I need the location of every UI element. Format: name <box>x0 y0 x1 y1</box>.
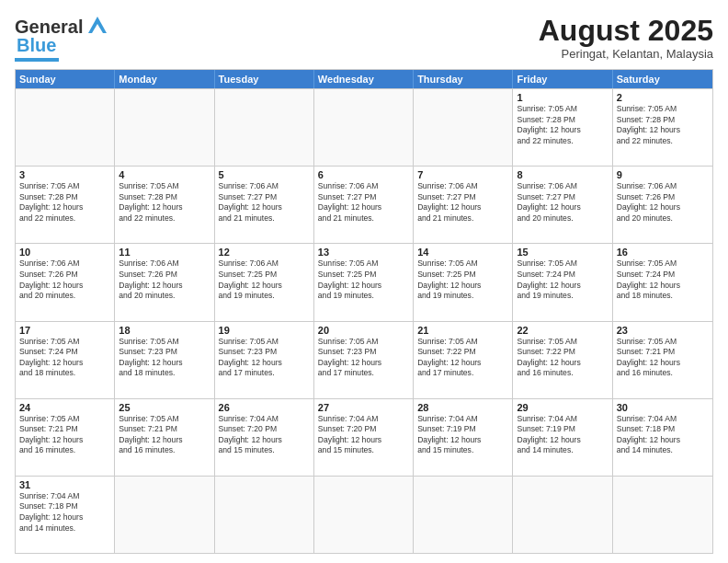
day-number: 13 <box>318 247 409 258</box>
cell-info: Sunrise: 7:05 AM Sunset: 7:28 PM Dayligh… <box>119 181 210 224</box>
cell-info: Sunrise: 7:05 AM Sunset: 7:23 PM Dayligh… <box>219 337 310 379</box>
day-number: 14 <box>417 247 508 258</box>
cal-cell-5: 5Sunrise: 7:06 AM Sunset: 7:27 PM Daylig… <box>215 167 314 243</box>
cal-cell-empty-5-1 <box>115 477 214 553</box>
logo-blue <box>85 15 110 39</box>
day-number: 25 <box>119 402 210 413</box>
day-number: 5 <box>219 169 310 180</box>
cell-info: Sunrise: 7:05 AM Sunset: 7:22 PM Dayligh… <box>517 337 608 379</box>
day-number: 30 <box>617 402 709 413</box>
cal-cell-15: 15Sunrise: 7:05 AM Sunset: 7:24 PM Dayli… <box>513 244 612 320</box>
day-number: 26 <box>219 402 310 413</box>
cal-cell-11: 11Sunrise: 7:06 AM Sunset: 7:26 PM Dayli… <box>115 244 214 320</box>
cell-info: Sunrise: 7:05 AM Sunset: 7:28 PM Dayligh… <box>19 181 110 224</box>
header-day-tuesday: Tuesday <box>215 70 314 88</box>
cell-info: Sunrise: 7:04 AM Sunset: 7:20 PM Dayligh… <box>318 414 409 456</box>
cell-info: Sunrise: 7:06 AM Sunset: 7:26 PM Dayligh… <box>617 181 709 224</box>
cal-cell-3: 3Sunrise: 7:05 AM Sunset: 7:28 PM Daylig… <box>16 167 115 243</box>
day-number: 20 <box>318 325 409 336</box>
cal-cell-empty-5-3 <box>314 477 414 553</box>
cal-cell-empty-5-4 <box>414 477 513 553</box>
title-block: August 2025 Peringat, Kelantan, Malaysia <box>539 15 713 61</box>
logo: General Blue <box>15 15 110 62</box>
cal-cell-4: 4Sunrise: 7:05 AM Sunset: 7:28 PM Daylig… <box>115 167 214 243</box>
cal-cell-20: 20Sunrise: 7:05 AM Sunset: 7:23 PM Dayli… <box>314 322 414 398</box>
cal-cell-30: 30Sunrise: 7:04 AM Sunset: 7:18 PM Dayli… <box>613 399 712 476</box>
cal-cell-1: 1Sunrise: 7:05 AM Sunset: 7:28 PM Daylig… <box>513 89 612 166</box>
calendar-header: SundayMondayTuesdayWednesdayThursdayFrid… <box>16 70 712 88</box>
header-day-thursday: Thursday <box>414 70 513 88</box>
day-number: 23 <box>617 325 709 336</box>
cal-row-4: 24Sunrise: 7:05 AM Sunset: 7:21 PM Dayli… <box>16 398 712 476</box>
cal-cell-25: 25Sunrise: 7:05 AM Sunset: 7:21 PM Dayli… <box>115 399 214 476</box>
day-number: 7 <box>417 169 508 180</box>
cal-cell-23: 23Sunrise: 7:05 AM Sunset: 7:21 PM Dayli… <box>613 322 712 398</box>
day-number: 24 <box>19 402 110 413</box>
cell-info: Sunrise: 7:06 AM Sunset: 7:25 PM Dayligh… <box>219 259 310 301</box>
logo-bar <box>15 58 59 62</box>
cal-cell-10: 10Sunrise: 7:06 AM Sunset: 7:26 PM Dayli… <box>16 244 115 320</box>
day-number: 12 <box>219 247 310 258</box>
day-number: 1 <box>517 92 608 103</box>
cal-row-0: 1Sunrise: 7:05 AM Sunset: 7:28 PM Daylig… <box>16 88 712 166</box>
header-day-sunday: Sunday <box>16 70 115 88</box>
cell-info: Sunrise: 7:04 AM Sunset: 7:19 PM Dayligh… <box>417 414 508 456</box>
cal-cell-empty-0-3 <box>314 89 414 166</box>
cal-cell-empty-0-4 <box>414 89 513 166</box>
calendar-body: 1Sunrise: 7:05 AM Sunset: 7:28 PM Daylig… <box>16 88 712 553</box>
day-number: 27 <box>318 402 409 413</box>
day-number: 3 <box>19 169 110 180</box>
cal-row-1: 3Sunrise: 7:05 AM Sunset: 7:28 PM Daylig… <box>16 166 712 243</box>
logo-icon <box>85 15 110 35</box>
cell-info: Sunrise: 7:04 AM Sunset: 7:19 PM Dayligh… <box>517 414 608 456</box>
cal-row-3: 17Sunrise: 7:05 AM Sunset: 7:24 PM Dayli… <box>16 321 712 398</box>
cal-cell-26: 26Sunrise: 7:04 AM Sunset: 7:20 PM Dayli… <box>215 399 314 476</box>
cal-cell-empty-5-6 <box>613 477 712 553</box>
cell-info: Sunrise: 7:05 AM Sunset: 7:28 PM Dayligh… <box>517 104 608 146</box>
cell-info: Sunrise: 7:05 AM Sunset: 7:21 PM Dayligh… <box>617 337 709 379</box>
day-number: 8 <box>517 169 608 180</box>
day-number: 4 <box>119 169 210 180</box>
cal-cell-31: 31Sunrise: 7:04 AM Sunset: 7:18 PM Dayli… <box>16 477 115 553</box>
cal-cell-28: 28Sunrise: 7:04 AM Sunset: 7:19 PM Dayli… <box>414 399 513 476</box>
header: General Blue August 2025 Peringat, Kelan… <box>15 15 713 62</box>
cal-cell-24: 24Sunrise: 7:05 AM Sunset: 7:21 PM Dayli… <box>16 399 115 476</box>
day-number: 22 <box>517 325 608 336</box>
cal-cell-8: 8Sunrise: 7:06 AM Sunset: 7:27 PM Daylig… <box>513 167 612 243</box>
cell-info: Sunrise: 7:05 AM Sunset: 7:25 PM Dayligh… <box>417 259 508 301</box>
cell-info: Sunrise: 7:06 AM Sunset: 7:26 PM Dayligh… <box>119 259 210 301</box>
cal-cell-27: 27Sunrise: 7:04 AM Sunset: 7:20 PM Dayli… <box>314 399 414 476</box>
cal-cell-12: 12Sunrise: 7:06 AM Sunset: 7:25 PM Dayli… <box>215 244 314 320</box>
month-year: August 2025 <box>539 15 713 47</box>
calendar: SundayMondayTuesdayWednesdayThursdayFrid… <box>15 69 713 554</box>
cell-info: Sunrise: 7:05 AM Sunset: 7:23 PM Dayligh… <box>318 337 409 379</box>
location: Peringat, Kelantan, Malaysia <box>539 47 713 61</box>
cal-cell-empty-5-2 <box>215 477 314 553</box>
cal-cell-13: 13Sunrise: 7:05 AM Sunset: 7:25 PM Dayli… <box>314 244 414 320</box>
cell-info: Sunrise: 7:05 AM Sunset: 7:28 PM Dayligh… <box>617 104 709 146</box>
day-number: 6 <box>318 169 409 180</box>
day-number: 16 <box>617 247 709 258</box>
cal-cell-21: 21Sunrise: 7:05 AM Sunset: 7:22 PM Dayli… <box>414 322 513 398</box>
cal-cell-19: 19Sunrise: 7:05 AM Sunset: 7:23 PM Dayli… <box>215 322 314 398</box>
cell-info: Sunrise: 7:06 AM Sunset: 7:27 PM Dayligh… <box>318 181 409 224</box>
cell-info: Sunrise: 7:04 AM Sunset: 7:18 PM Dayligh… <box>617 414 709 456</box>
cal-cell-18: 18Sunrise: 7:05 AM Sunset: 7:23 PM Dayli… <box>115 322 214 398</box>
day-number: 31 <box>19 479 110 490</box>
cal-row-2: 10Sunrise: 7:06 AM Sunset: 7:26 PM Dayli… <box>16 243 712 320</box>
cal-cell-17: 17Sunrise: 7:05 AM Sunset: 7:24 PM Dayli… <box>16 322 115 398</box>
cal-cell-22: 22Sunrise: 7:05 AM Sunset: 7:22 PM Dayli… <box>513 322 612 398</box>
cal-cell-empty-0-2 <box>215 89 314 166</box>
header-day-monday: Monday <box>115 70 214 88</box>
cal-cell-16: 16Sunrise: 7:05 AM Sunset: 7:24 PM Dayli… <box>613 244 712 320</box>
cell-info: Sunrise: 7:04 AM Sunset: 7:20 PM Dayligh… <box>219 414 310 456</box>
cell-info: Sunrise: 7:05 AM Sunset: 7:21 PM Dayligh… <box>119 414 210 456</box>
cell-info: Sunrise: 7:05 AM Sunset: 7:25 PM Dayligh… <box>318 259 409 301</box>
cell-info: Sunrise: 7:04 AM Sunset: 7:18 PM Dayligh… <box>19 491 110 534</box>
cell-info: Sunrise: 7:05 AM Sunset: 7:23 PM Dayligh… <box>119 337 210 379</box>
calendar-page: General Blue August 2025 Peringat, Kelan… <box>0 0 728 563</box>
cell-info: Sunrise: 7:06 AM Sunset: 7:27 PM Dayligh… <box>517 181 608 224</box>
cell-info: Sunrise: 7:05 AM Sunset: 7:21 PM Dayligh… <box>19 414 110 456</box>
cal-cell-2: 2Sunrise: 7:05 AM Sunset: 7:28 PM Daylig… <box>613 89 712 166</box>
day-number: 18 <box>119 325 210 336</box>
